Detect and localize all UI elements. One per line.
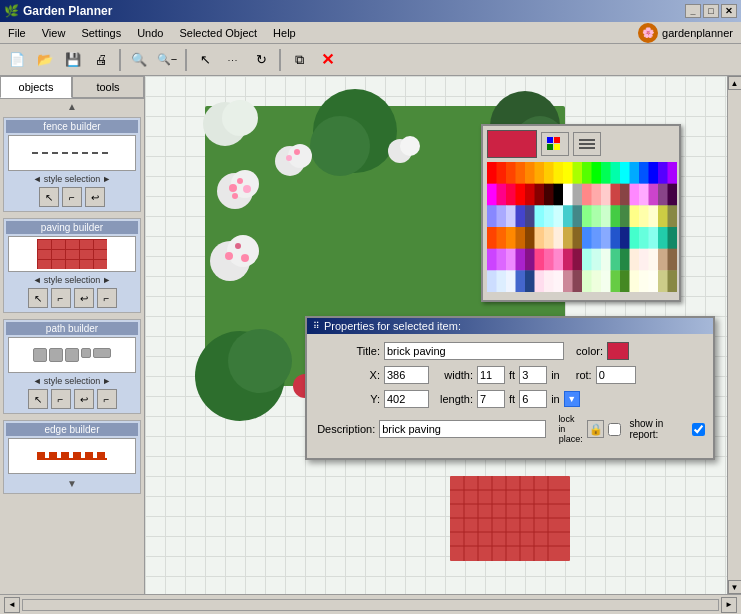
canvas-area[interactable]: ⠿ Properties for selected item: Title: c… [145, 76, 741, 594]
color-spectrum[interactable] [487, 162, 677, 292]
scroll-down-arrow[interactable]: ▼ [6, 476, 138, 491]
delete-button[interactable]: ✕ [314, 47, 340, 73]
paving-preview [8, 236, 136, 272]
save-button[interactable]: 💾 [60, 47, 86, 73]
scroll-down-btn[interactable]: ▼ [728, 580, 742, 594]
tree-green-left [310, 116, 370, 176]
close-button[interactable]: ✕ [721, 4, 737, 18]
props-y-row: Y: length: ft in ▼ [315, 390, 705, 408]
dotted-button[interactable]: ··· [220, 47, 246, 73]
zoom-in-button[interactable]: 🔍 [126, 47, 152, 73]
fence-style-right[interactable]: ► [102, 174, 111, 184]
path-node-tool[interactable]: ⌐ [51, 389, 71, 409]
path-builder-section: path builder ◄ style selection ► ↖ ⌐ ↩ [3, 319, 141, 414]
props-x-input[interactable] [384, 366, 429, 384]
flower-top-2b [400, 136, 420, 156]
menu-file[interactable]: File [0, 22, 34, 43]
copy-button[interactable]: ⧉ [286, 47, 312, 73]
hscroll-left-btn[interactable]: ◄ [4, 597, 20, 613]
props-y-input[interactable] [384, 390, 429, 408]
scroll-up-arrow[interactable]: ▲ [0, 99, 144, 114]
color-canvas[interactable] [487, 162, 677, 292]
path-extra-tool[interactable]: ⌐ [97, 389, 117, 409]
new-button[interactable]: 📄 [4, 47, 30, 73]
fence-select-tool[interactable]: ↖ [39, 187, 59, 207]
fence-style-left[interactable]: ◄ [33, 174, 42, 184]
zoom-out-button[interactable]: 🔍− [154, 47, 180, 73]
logo-text: gardenplanner [662, 27, 733, 39]
print-button[interactable]: 🖨 [88, 47, 114, 73]
color-list-btn[interactable] [573, 132, 601, 156]
title-bar-controls: _ □ ✕ [685, 4, 737, 18]
paving-select-tool[interactable]: ↖ [28, 288, 48, 308]
props-x-label: X: [315, 369, 380, 381]
props-titlebar: ⠿ Properties for selected item: [307, 318, 713, 334]
tabs: objects tools [0, 76, 144, 99]
menu-selected-object[interactable]: Selected Object [171, 22, 265, 43]
path-select-tool[interactable]: ↖ [28, 389, 48, 409]
path-stones-preview [31, 346, 113, 364]
lock-checkbox[interactable] [608, 423, 621, 436]
vertical-scrollbar[interactable]: ▲ ▼ [727, 76, 741, 594]
fence-node-tool[interactable]: ⌐ [62, 187, 82, 207]
garden-canvas[interactable]: ⠿ Properties for selected item: Title: c… [145, 76, 741, 594]
width-in-unit: in [551, 369, 560, 381]
tab-tools[interactable]: tools [72, 76, 144, 98]
path-style-left[interactable]: ◄ [33, 376, 42, 386]
paving-curve-tool[interactable]: ↩ [74, 288, 94, 308]
path-style-right[interactable]: ► [102, 376, 111, 386]
hscrollbar[interactable] [22, 599, 719, 611]
palette-icon [547, 137, 563, 151]
color-swatch[interactable] [607, 342, 629, 360]
props-title-input[interactable] [384, 342, 564, 360]
props-desc-input[interactable] [379, 420, 546, 438]
props-body: Title: color: X: width: ft in [307, 334, 713, 458]
stone-3 [65, 348, 79, 362]
maximize-button[interactable]: □ [703, 4, 719, 18]
flower-pink-7 [241, 254, 249, 262]
tab-objects[interactable]: objects [0, 76, 72, 98]
lock-icon-button[interactable]: 🔒 [587, 420, 604, 438]
main-area: objects tools ▲ fence builder ◄ style se… [0, 76, 741, 594]
svg-rect-4 [579, 139, 595, 141]
down-arrow-button[interactable]: ▼ [564, 391, 580, 407]
paving-style-right[interactable]: ► [102, 275, 111, 285]
path-curve-tool[interactable]: ↩ [74, 389, 94, 409]
title-bar: 🌿 Garden Planner _ □ ✕ [0, 0, 741, 22]
toolbar-sep-3 [279, 49, 281, 71]
props-length-ft-input[interactable] [477, 390, 505, 408]
menu-help[interactable]: Help [265, 22, 304, 43]
minimize-button[interactable]: _ [685, 4, 701, 18]
paving-style-row: ◄ style selection ► [6, 274, 138, 286]
flower-top-pink-1 [286, 155, 292, 161]
menu-settings[interactable]: Settings [73, 22, 129, 43]
flower-pink-2 [237, 178, 243, 184]
report-checkbox[interactable] [692, 423, 705, 436]
fence-curve-tool[interactable]: ↩ [85, 187, 105, 207]
rotate-button[interactable]: ↻ [248, 47, 274, 73]
props-title-row: Title: color: [315, 342, 705, 360]
menu-undo[interactable]: Undo [129, 22, 171, 43]
hscroll-right-btn[interactable]: ► [721, 597, 737, 613]
props-length-in-input[interactable] [519, 390, 547, 408]
props-width-in-input[interactable] [519, 366, 547, 384]
color-palette-btn[interactable] [541, 132, 569, 156]
path-style-label: style selection [44, 376, 101, 386]
select-button[interactable]: ↖ [192, 47, 218, 73]
paving-node-tool[interactable]: ⌐ [51, 288, 71, 308]
app-icon: 🌿 [4, 4, 19, 18]
color-label: color: [568, 345, 603, 357]
paving-extra-tool[interactable]: ⌐ [97, 288, 117, 308]
menu-view[interactable]: View [34, 22, 74, 43]
current-color-swatch[interactable] [487, 130, 537, 158]
svg-rect-6 [579, 147, 595, 149]
path-preview [8, 337, 136, 373]
menu-logo: 🌸 gardenplanner [638, 23, 741, 43]
lock-section: lock in place: 🔒 [558, 414, 621, 444]
props-rot-input[interactable] [596, 366, 636, 384]
paving-style-left[interactable]: ◄ [33, 275, 42, 285]
props-width-ft-input[interactable] [477, 366, 505, 384]
scroll-up-btn[interactable]: ▲ [728, 76, 742, 90]
flower-pink-1 [229, 184, 237, 192]
open-button[interactable]: 📂 [32, 47, 58, 73]
